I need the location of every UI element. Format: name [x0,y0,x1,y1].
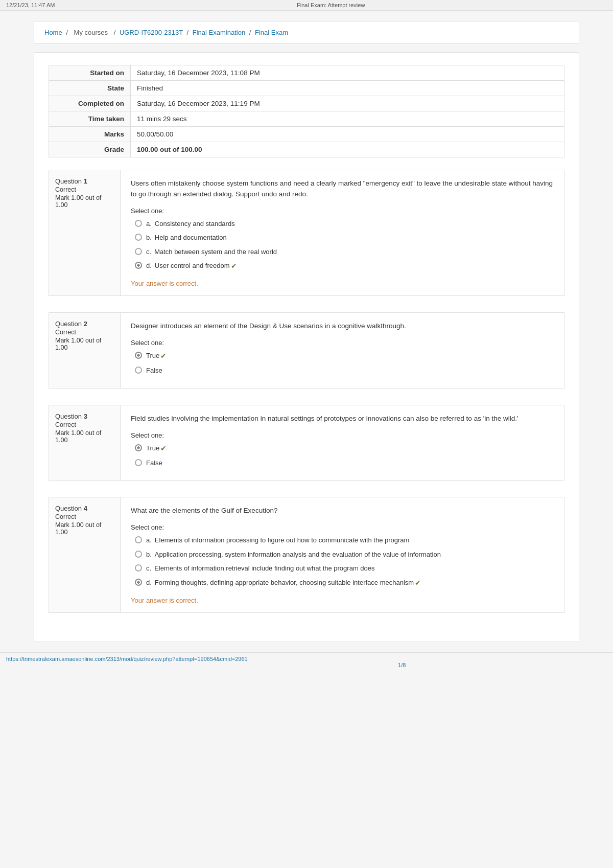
breadcrumb-home[interactable]: Home [44,29,62,36]
summary-row-grade: Grade 100.00 out of 100.00 [49,142,564,157]
question-block-1: Question 1 Correct Mark 1.00 out of 1.00… [49,170,564,296]
checkmark-2-0: ✔ [160,351,167,361]
option-4-3: d.Forming thoughts, defining appropriate… [135,578,554,588]
breadcrumb-sep-4: / [249,29,253,36]
question-body-4: What are the elements of the Gulf of Exe… [121,497,564,612]
question-text-1: Users often mistakenly choose system fun… [131,178,554,200]
radio-1-3 [135,262,142,269]
option-text-4-1: Application processing, system informati… [155,550,441,560]
status-url: https://trimestralexam.amaesonline.com/2… [6,656,248,662]
browser-title: Final Exam: Attempt review [297,2,365,8]
select-one-label-3: Select one: [131,431,554,439]
question-text-4: What are the elements of the Gulf of Exe… [131,506,554,516]
question-text-2: Designer introduces an element of the De… [131,321,554,332]
breadcrumb-sep-2: / [114,29,117,36]
question-status-4: Correct [55,513,114,520]
question-mark-1: Mark 1.00 out of 1.00 [55,194,114,209]
option-1-1: b.Help and documentation [135,233,554,243]
options-list-2: True✔False [135,351,554,376]
option-4-2: c.Elements of information retrieval incl… [135,563,554,574]
option-text-4-3: Forming thoughts, defining appropriate b… [155,578,414,588]
started-label: Started on [49,65,131,81]
browser-datetime: 12/21/23, 11:47 AM [6,2,55,8]
question-number-2: Question 2 [55,320,114,328]
option-text-4-2: Elements of information retrieval includ… [154,563,374,574]
status-bar: https://trimestralexam.amaesonline.com/2… [0,652,613,671]
radio-4-2 [135,564,142,572]
option-text-2-0: True [146,351,159,361]
marks-value: 50.00/50.00 [131,127,564,142]
option-letter-1-3: d. [146,261,152,271]
breadcrumb-sep-3: / [187,29,191,36]
state-value: Finished [131,81,564,96]
option-letter-4-0: a. [146,535,152,545]
completed-value: Saturday, 16 December 2023, 11:19 PM [131,96,564,111]
breadcrumb-course[interactable]: UGRD-IT6200-2313T [120,29,183,36]
option-1-3: d.User control and freedom✔ [135,261,554,271]
radio-3-1 [135,459,142,466]
question-sidebar-4: Question 4 Correct Mark 1.00 out of 1.00 [49,497,121,612]
question-body-1: Users often mistakenly choose system fun… [121,170,564,295]
breadcrumb-final-exam[interactable]: Final Exam [255,29,288,36]
option-letter-1-2: c. [146,247,151,257]
option-text-3-0: True [146,443,159,453]
question-number-1: Question 1 [55,177,114,185]
question-number-4: Question 4 [55,505,114,512]
breadcrumb: Home / My courses / UGRD-IT6200-2313T / … [34,21,579,44]
option-text-1-1: Help and documentation [155,233,227,243]
option-3-0: True✔ [135,443,554,454]
radio-1-0 [135,220,142,227]
checkmark-3-0: ✔ [160,443,167,454]
options-list-4: a.Elements of information processing to … [135,535,554,588]
grade-value: 100.00 out of 100.00 [131,142,564,157]
breadcrumb-final-examination[interactable]: Final Examination [193,29,245,36]
options-list-1: a.Consistency and standardsb.Help and do… [135,219,554,272]
checkmark-4-3: ✔ [415,578,421,588]
option-2-1: False [135,366,554,376]
option-4-1: b.Application processing, system informa… [135,550,554,560]
feedback-4: Your answer is correct. [131,597,554,604]
option-2-0: True✔ [135,351,554,361]
question-mark-3: Mark 1.00 out of 1.00 [55,429,114,444]
question-sidebar-3: Question 3 Correct Mark 1.00 out of 1.00 [49,405,121,480]
radio-4-0 [135,536,142,543]
option-letter-1-0: a. [146,219,152,229]
question-body-3: Field studies involving the implementati… [121,405,564,480]
question-block-3: Question 3 Correct Mark 1.00 out of 1.00… [49,405,564,481]
question-mark-2: Mark 1.00 out of 1.00 [55,337,114,351]
option-text-1-0: Consistency and standards [155,219,235,229]
question-block-2: Question 2 Correct Mark 1.00 out of 1.00… [49,312,564,388]
options-list-3: True✔False [135,443,554,468]
question-number-3: Question 3 [55,413,114,420]
option-text-2-1: False [146,366,162,376]
marks-label: Marks [49,127,131,142]
summary-row-state: State Finished [49,81,564,96]
checkmark-1-3: ✔ [231,261,237,271]
select-one-label-2: Select one: [131,339,554,347]
browser-bar: 12/21/23, 11:47 AM Final Exam: Attempt r… [0,0,613,11]
feedback-1: Your answer is correct. [131,280,554,287]
option-1-2: c.Match between system and the real worl… [135,247,554,257]
question-sidebar-2: Question 2 Correct Mark 1.00 out of 1.00 [49,313,121,387]
question-status-3: Correct [55,421,114,428]
radio-2-0 [135,352,142,359]
radio-4-3 [135,579,142,586]
questions-container: Question 1 Correct Mark 1.00 out of 1.00… [49,170,564,613]
radio-4-1 [135,551,142,558]
started-value: Saturday, 16 December 2023, 11:08 PM [131,65,564,81]
question-status-1: Correct [55,186,114,193]
summary-row-time: Time taken 11 mins 29 secs [49,111,564,127]
main-content: Started on Saturday, 16 December 2023, 1… [34,52,579,642]
option-1-0: a.Consistency and standards [135,219,554,229]
option-letter-4-3: d. [146,578,152,588]
question-block-4: Question 4 Correct Mark 1.00 out of 1.00… [49,497,564,612]
option-letter-1-1: b. [146,233,152,243]
radio-1-1 [135,234,142,241]
breadcrumb-mycourses: My courses [74,29,108,36]
summary-table: Started on Saturday, 16 December 2023, 1… [49,65,564,157]
option-text-3-1: False [146,458,162,468]
radio-3-0 [135,444,142,451]
time-label: Time taken [49,111,131,127]
question-status-2: Correct [55,329,114,336]
completed-label: Completed on [49,96,131,111]
